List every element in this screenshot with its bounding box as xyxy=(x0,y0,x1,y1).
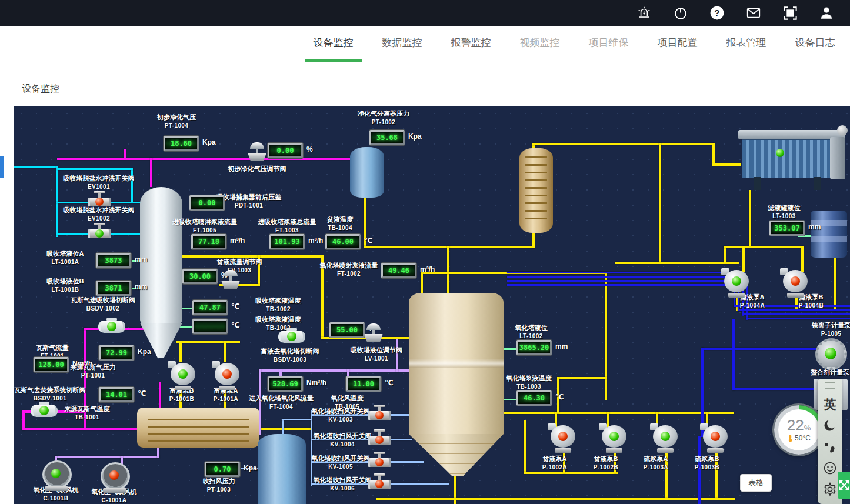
sidebar-collapsed-tab[interactable] xyxy=(0,156,4,178)
valve-KV-1006[interactable] xyxy=(368,473,391,493)
pipe-yellow xyxy=(724,246,726,263)
lcd-display-LT-1001A[interactable]: 3873 xyxy=(96,253,131,268)
valve-KV-1003[interactable] xyxy=(368,405,391,425)
fullscreen-icon[interactable] xyxy=(782,5,798,21)
lcd-display-valve-output-9[interactable]: 30.00 xyxy=(182,269,218,284)
pipe-darkblue xyxy=(507,276,739,278)
instrument-label-PT-1003: 吹扫风压力PT-1003 xyxy=(203,477,235,493)
pump-P-1004B[interactable] xyxy=(780,268,811,298)
lcd-display-FT-1002[interactable]: 49.46 xyxy=(381,263,416,278)
pipe-magenta xyxy=(22,410,25,430)
pipe-yellow xyxy=(376,498,735,500)
lcd-display-PT-1002[interactable]: 35.68 xyxy=(369,130,405,145)
table-button[interactable]: 表格 xyxy=(740,474,772,492)
pipe-yellow xyxy=(447,246,449,294)
tab-设备日志[interactable]: 设备日志 xyxy=(781,26,849,62)
lcd-display-FT-1004[interactable]: 528.69 xyxy=(268,376,303,392)
instrument-label-TB-1004: 贫液温度TB-1004 xyxy=(327,215,353,232)
pump-P-1002B[interactable] xyxy=(599,423,629,453)
oxidation-tower xyxy=(409,293,504,476)
tab-视频监控[interactable]: 视频监控 xyxy=(505,26,574,62)
help-icon[interactable]: ? xyxy=(709,5,725,21)
instrument-label-TB-1003: 氧化塔浆液温度TB-1003 xyxy=(506,374,552,390)
lcd-display-PDT-1001[interactable]: 0.00 xyxy=(189,195,225,211)
pump-P-1001A[interactable] xyxy=(212,361,242,390)
pump-P-1002A[interactable] xyxy=(548,423,578,453)
ime-punctuation-icon[interactable] xyxy=(820,436,840,458)
ime-drag-handle[interactable] xyxy=(825,382,835,389)
ime-night-mode-icon[interactable] xyxy=(820,415,840,436)
lcd-display-FT-1005[interactable]: 77.18 xyxy=(191,234,226,249)
tab-报警监控[interactable]: 报警监控 xyxy=(436,26,505,62)
lcd-display-TB-1001[interactable]: 14.01 xyxy=(99,387,134,402)
lcd-display-TB-1003[interactable]: 46.30 xyxy=(516,390,552,406)
gas-separator-tank xyxy=(350,147,384,198)
instrument-label-LT-1002: 氧化塔液位LT-1002 xyxy=(515,323,548,340)
power-icon[interactable] xyxy=(672,5,689,21)
tab-报表管理[interactable]: 报表管理 xyxy=(712,26,781,62)
filter-press-machine xyxy=(738,125,850,191)
lcd-display-LT-1001B[interactable]: 3871 xyxy=(96,281,131,296)
lcd-display-valve-output-13[interactable]: 55.00 xyxy=(329,322,365,338)
pump-P-1003B[interactable] xyxy=(700,423,731,453)
valve-FV-1003[interactable] xyxy=(219,270,242,291)
valve-KV-1005[interactable] xyxy=(368,452,391,472)
pump-P-1005[interactable] xyxy=(815,338,845,367)
pump-C-1001A[interactable] xyxy=(98,461,131,493)
pipe-darkblue xyxy=(507,280,744,282)
valve-BSDV-1003[interactable] xyxy=(278,328,305,345)
lcd-display-FT-1001[interactable]: 128.00 xyxy=(34,357,69,372)
ime-language-button[interactable]: 英 xyxy=(820,394,840,415)
lcd-display-PT-1003[interactable]: 0.70 xyxy=(205,462,240,477)
pump-P-1004A[interactable] xyxy=(721,268,752,298)
lcd-display-TB-1002[interactable]: 47.87 xyxy=(192,300,228,315)
instrument-label-PT-1004: 初步净化气压PT-1004 xyxy=(157,113,196,129)
navbar: 设备监控数据监控报警监控视频监控项目维保项目配置报表管理设备日志 xyxy=(0,26,850,62)
ime-settings-gear-icon[interactable] xyxy=(820,479,840,500)
unit-label: Nm³/h xyxy=(306,379,326,387)
valve-EV1001[interactable] xyxy=(88,191,111,211)
valve-KV-1004[interactable] xyxy=(368,429,391,449)
lcd-display-PT-1004[interactable]: 18.60 xyxy=(164,136,199,151)
pump-P-1003A[interactable] xyxy=(650,423,681,453)
tab-设备监控[interactable]: 设备监控 xyxy=(299,26,368,62)
pipe-yellow xyxy=(259,428,312,430)
instrument-label-PDT-1001: 吸收塔捕集器前后压差PDT-1001 xyxy=(216,193,281,209)
instrument-label-PT-1002: 净化气分离器压力PT-1002 xyxy=(358,109,409,126)
tab-项目维保[interactable]: 项目维保 xyxy=(574,26,643,62)
expand-fullscreen-button[interactable] xyxy=(838,472,850,499)
valve-label-KV-1004: 氧化塔吹扫风开关阀KV-1004 xyxy=(314,432,372,448)
valve-BSDV-1001[interactable] xyxy=(31,402,58,419)
valve-BSDV-1002[interactable] xyxy=(98,318,125,335)
mail-icon[interactable] xyxy=(745,5,762,21)
lcd-display-LT-1002[interactable]: 3865.20 xyxy=(516,340,552,355)
page-title: 设备监控 xyxy=(22,83,59,95)
pipe-yellow xyxy=(749,190,751,246)
lcd-display-TB-1004[interactable]: 46.00 xyxy=(325,234,361,249)
lcd-display-FT-1003[interactable]: 101.93 xyxy=(269,234,305,249)
lcd-display-PT-1001[interactable]: 72.99 xyxy=(99,345,134,361)
ime-emoji-icon[interactable] xyxy=(820,458,840,479)
tab-项目配置[interactable]: 项目配置 xyxy=(643,26,712,62)
unit-label: ℃ xyxy=(555,393,564,401)
pipe-yellow xyxy=(524,420,526,473)
lcd-display-valve-output-1[interactable]: 0.00 xyxy=(268,143,303,158)
lcd-display-TB-1002[interactable] xyxy=(192,319,228,334)
valve-regulator-4[interactable] xyxy=(245,142,269,163)
alarm-beacon-icon[interactable] xyxy=(636,5,652,21)
user-icon[interactable] xyxy=(818,5,835,21)
pipe-cyan xyxy=(14,166,57,168)
pump-P-1001B[interactable] xyxy=(168,361,198,390)
active-tab-underline xyxy=(305,59,362,62)
lcd-display-TB-1005[interactable]: 11.00 xyxy=(346,376,381,392)
lcd-display-LT-1003[interactable]: 353.07 xyxy=(769,221,805,236)
instrument-label-LT-1001A: 吸收塔液位ALT-1001A xyxy=(47,249,84,266)
weather-gauge: 22% 50°C xyxy=(774,405,824,455)
pipe-darkblue xyxy=(742,313,850,315)
valve-EV1002[interactable] xyxy=(88,223,111,243)
valve-LV-1001[interactable] xyxy=(362,323,385,345)
pump-C-1001B[interactable] xyxy=(40,459,73,491)
pipe-darkblue xyxy=(738,309,850,311)
tab-数据监控[interactable]: 数据监控 xyxy=(368,26,436,62)
pipe-yellow xyxy=(712,163,741,166)
